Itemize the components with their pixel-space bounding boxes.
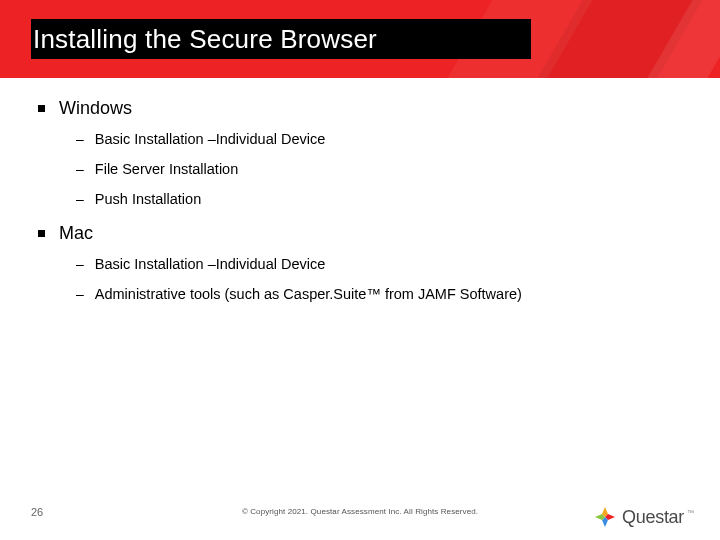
section-label: Mac — [59, 223, 93, 244]
dash-bullet-icon: – — [76, 284, 84, 304]
list-item: Mac — [38, 223, 678, 244]
slide-title: Installing the Secure Browser — [31, 24, 377, 55]
sub-item-label: File Server Installation — [95, 159, 238, 179]
questar-logo: Questar ™ — [594, 506, 694, 528]
logo-text: Questar — [622, 507, 684, 528]
dash-bullet-icon: – — [76, 129, 84, 149]
square-bullet-icon — [38, 105, 45, 112]
list-item: – Administrative tools (such as Casper.S… — [76, 284, 678, 304]
dash-bullet-icon: – — [76, 189, 84, 209]
footer: 26 © Copyright 2021. Questar Assessment … — [0, 490, 720, 540]
logo-mark-icon — [594, 506, 616, 528]
sub-item-label: Administrative tools (such as Casper.Sui… — [95, 284, 522, 304]
list-item: – Push Installation — [76, 189, 678, 209]
sub-list: – Basic Installation –Individual Device … — [76, 129, 678, 209]
list-item: – Basic Installation –Individual Device — [76, 254, 678, 274]
square-bullet-icon — [38, 230, 45, 237]
sub-list: – Basic Installation –Individual Device … — [76, 254, 678, 304]
section-label: Windows — [59, 98, 132, 119]
list-item: Windows — [38, 98, 678, 119]
list-item: – File Server Installation — [76, 159, 678, 179]
sub-item-label: Basic Installation –Individual Device — [95, 129, 326, 149]
trademark-icon: ™ — [687, 509, 694, 516]
list-item: – Basic Installation –Individual Device — [76, 129, 678, 149]
title-bar: Installing the Secure Browser — [31, 19, 531, 59]
sub-item-label: Push Installation — [95, 189, 201, 209]
slide: Installing the Secure Browser Windows – … — [0, 0, 720, 540]
dash-bullet-icon: – — [76, 254, 84, 274]
dash-bullet-icon: – — [76, 159, 84, 179]
content-area: Windows – Basic Installation –Individual… — [38, 98, 678, 318]
sub-item-label: Basic Installation –Individual Device — [95, 254, 326, 274]
